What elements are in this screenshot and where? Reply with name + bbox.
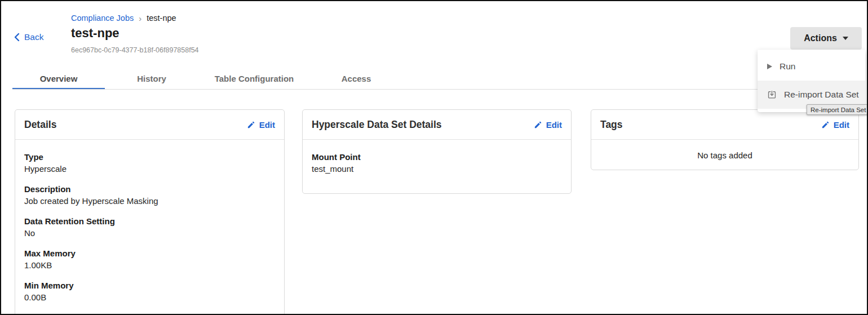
field-description: Description Job created by Hyperscale Ma… xyxy=(24,183,275,207)
tooltip: Re-import Data Set xyxy=(807,104,868,115)
tags-empty-message: No tags added xyxy=(591,140,858,170)
actions-dropdown-menu: Run Re-import Data Set xyxy=(758,50,865,112)
caret-down-icon xyxy=(843,37,848,40)
back-label: Back xyxy=(24,32,43,42)
field-value: test_mount xyxy=(312,163,562,175)
actions-button[interactable]: Actions xyxy=(790,27,862,50)
details-edit-button[interactable]: Edit xyxy=(247,120,275,130)
breadcrumb-parent-link[interactable]: Compliance Jobs xyxy=(71,14,134,23)
menu-item-run[interactable]: Run xyxy=(758,52,865,81)
field-label: Max Memory xyxy=(24,247,275,259)
tab-label: History xyxy=(137,74,166,83)
dataset-edit-button[interactable]: Edit xyxy=(534,120,562,130)
tab-bar: Overview History Table Configuration Acc… xyxy=(12,68,402,90)
field-value: Hyperscale xyxy=(24,163,275,175)
breadcrumb: Compliance Jobs › test-npe xyxy=(71,14,176,23)
job-uuid: 6ec967bc-0c79-4377-b18f-06f897858f54 xyxy=(71,46,199,54)
breadcrumb-separator-icon: › xyxy=(139,14,141,23)
card-title: Details xyxy=(24,119,56,131)
tab-access[interactable]: Access xyxy=(310,68,402,90)
tags-card: Tags Edit No tags added xyxy=(591,109,859,170)
chevron-left-icon xyxy=(14,33,20,42)
pencil-icon xyxy=(247,121,255,129)
tab-label: Table Configuration xyxy=(215,74,294,83)
details-card-body: Type Hyperscale Description Job created … xyxy=(15,140,284,315)
back-button[interactable]: Back xyxy=(14,32,43,42)
tab-label: Access xyxy=(342,74,371,83)
field-label: Min Memory xyxy=(24,279,275,291)
field-max-concurrent-source-connections: Max Concurrent Source Connections xyxy=(24,312,275,315)
field-value: No xyxy=(24,227,275,239)
edit-label: Edit xyxy=(546,120,562,130)
field-mount-point: Mount Point test_mount xyxy=(312,151,562,175)
tags-edit-button[interactable]: Edit xyxy=(821,120,849,130)
page-title: test-npe xyxy=(71,26,119,41)
field-max-memory: Max Memory 1.00KB xyxy=(24,247,275,271)
field-value: 0.00B xyxy=(24,291,275,303)
tab-bar-divider xyxy=(12,89,858,90)
field-label: Type xyxy=(24,151,275,163)
field-value: Job created by Hyperscale Masking xyxy=(24,195,275,207)
field-label: Max Concurrent Source Connections xyxy=(24,312,275,315)
card-title: Tags xyxy=(600,119,623,131)
field-type: Type Hyperscale xyxy=(24,151,275,175)
field-label: Description xyxy=(24,183,275,195)
tab-overview[interactable]: Overview xyxy=(12,68,105,90)
field-value: 1.00KB xyxy=(24,259,275,271)
field-data-retention: Data Retention Setting No xyxy=(24,215,275,239)
details-card: Details Edit Type Hyperscale Description… xyxy=(15,109,285,315)
edit-label: Edit xyxy=(834,120,849,130)
details-card-header: Details Edit xyxy=(15,110,284,140)
actions-button-label: Actions xyxy=(804,33,837,43)
import-icon xyxy=(767,90,777,100)
tab-history[interactable]: History xyxy=(105,68,198,90)
dataset-card: Hyperscale Data Set Details Edit Mount P… xyxy=(302,109,572,194)
tab-label: Overview xyxy=(40,74,78,83)
tab-table-configuration[interactable]: Table Configuration xyxy=(198,68,310,90)
field-min-memory: Min Memory 0.00B xyxy=(24,279,275,303)
dataset-card-body: Mount Point test_mount xyxy=(303,140,571,175)
field-label: Data Retention Setting xyxy=(24,215,275,227)
field-label: Mount Point xyxy=(312,151,562,163)
menu-item-label: Run xyxy=(780,61,795,72)
menu-item-label: Re-import Data Set xyxy=(784,90,859,100)
pencil-icon xyxy=(534,121,542,129)
edit-label: Edit xyxy=(259,120,275,130)
card-title: Hyperscale Data Set Details xyxy=(312,119,442,131)
play-icon xyxy=(767,64,772,69)
dataset-card-header: Hyperscale Data Set Details Edit xyxy=(303,110,571,140)
pencil-icon xyxy=(821,121,830,129)
breadcrumb-current: test-npe xyxy=(147,14,176,23)
app-window: Compliance Jobs › test-npe Back test-npe… xyxy=(0,0,868,315)
